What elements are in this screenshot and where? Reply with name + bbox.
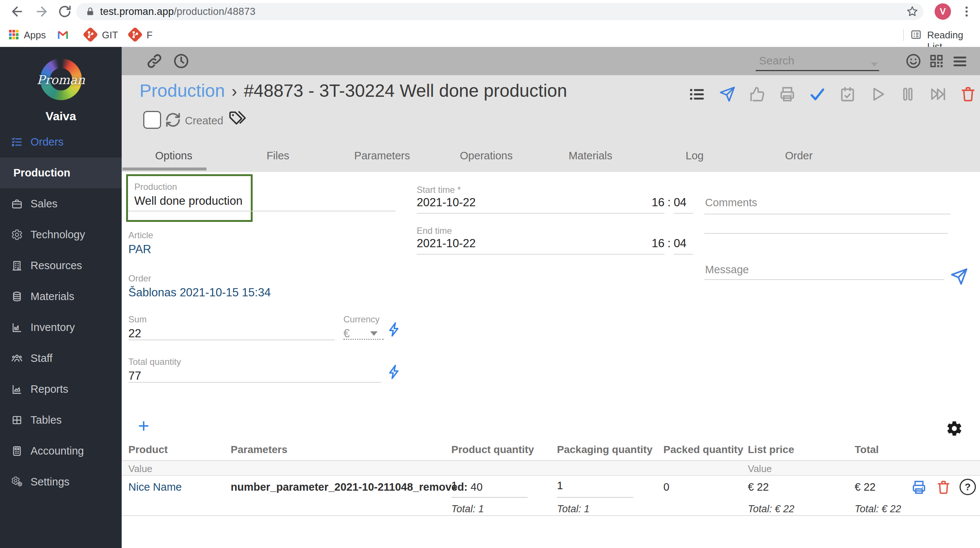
comments-input-underline[interactable] (704, 233, 948, 234)
tags-icon[interactable] (228, 109, 247, 127)
proman-logo-text: Proman (33, 73, 89, 87)
breadcrumb-separator: › (231, 82, 237, 100)
breadcrumb-production-link[interactable]: Production (140, 80, 225, 101)
row-delete-icon[interactable] (936, 480, 951, 495)
qr-code-icon[interactable] (928, 53, 945, 69)
calendar-check-icon[interactable] (839, 86, 856, 103)
browser-profile-avatar[interactable]: V (935, 3, 951, 20)
tab-log[interactable]: Log (643, 145, 747, 169)
address-bar[interactable]: test.proman.app/production/48873 (76, 3, 923, 20)
tab-bar: Options Files Parameters Operations Mate… (122, 145, 980, 169)
tables-grid-icon (11, 414, 23, 426)
sidebar-item-materials[interactable]: Materials (0, 281, 122, 312)
list-view-icon[interactable] (688, 86, 705, 103)
order-link[interactable]: Šablonas 2021-10-15 15:34 (128, 286, 271, 299)
table-settings-gear-icon[interactable] (946, 420, 963, 437)
select-checkbox[interactable] (143, 111, 161, 129)
total-quantity-field-value[interactable]: 77 (128, 369, 141, 383)
sidebar-item-label: Tables (30, 414, 62, 426)
thumbs-up-icon[interactable] (749, 86, 766, 103)
print-icon[interactable] (779, 86, 796, 103)
product-quantity-input[interactable]: 1 (451, 480, 528, 498)
sidebar-item-settings[interactable]: Settings (0, 467, 122, 497)
production-field-label: Production (134, 182, 177, 192)
delete-icon[interactable] (959, 86, 977, 103)
row-print-icon[interactable] (911, 480, 927, 495)
sidebar: Proman Vaiva Orders Production Sales (0, 47, 122, 548)
product-name-link[interactable]: Nice Name (128, 481, 181, 493)
reading-list-icon[interactable] (910, 29, 922, 41)
send-icon[interactable] (718, 86, 735, 103)
currency-select-value[interactable]: € (344, 327, 350, 340)
end-date-input[interactable]: 2021-10-22 16 (417, 237, 665, 255)
sum-autofill-bolt-icon[interactable] (387, 322, 402, 337)
link-icon[interactable] (146, 53, 162, 69)
proman-logo: Proman (0, 55, 122, 104)
sidebar-item-label: Accounting (30, 445, 84, 457)
sidebar-item-label: Materials (30, 290, 75, 303)
tab-options[interactable]: Options (122, 145, 226, 169)
col-product-quantity: Product quantity (451, 444, 534, 456)
browser-forward-icon[interactable] (34, 4, 49, 19)
comments-underline[interactable] (704, 214, 951, 214)
tab-parameters[interactable]: Parameters (330, 145, 434, 169)
currency-dropdown-caret[interactable] (370, 331, 378, 336)
bookmark-git[interactable]: GIT (102, 29, 118, 41)
article-link[interactable]: PAR (128, 243, 151, 256)
col-packed-quantity: Packed quantity (663, 444, 743, 456)
browser-reload-icon[interactable] (57, 4, 72, 19)
row-help-icon[interactable]: ? (959, 479, 976, 495)
proman-logo-ring: Proman (40, 59, 82, 100)
gmail-icon[interactable] (57, 28, 69, 41)
url-domain: test.proman.app (100, 6, 174, 17)
tab-materials[interactable]: Materials (538, 145, 643, 169)
subheader-value-price: Value (748, 463, 772, 475)
skip-end-icon[interactable] (929, 86, 947, 103)
message-send-icon[interactable] (950, 267, 968, 286)
sidebar-item-staff[interactable]: Staff (0, 343, 122, 374)
tab-order[interactable]: Order (747, 145, 851, 169)
start-minute-input[interactable]: 04 (674, 196, 693, 214)
add-product-button[interactable]: + (138, 416, 149, 436)
production-field-value[interactable]: Well done production (134, 194, 243, 208)
sidebar-item-accounting[interactable]: Accounting (0, 436, 122, 467)
tab-files[interactable]: Files (226, 145, 330, 169)
tab-operations[interactable]: Operations (434, 145, 538, 169)
sidebar-item-inventory[interactable]: Inventory (0, 312, 122, 343)
sidebar-item-production[interactable]: Production (0, 158, 122, 188)
total-quantity-autofill-bolt-icon[interactable] (387, 364, 402, 380)
sidebar-item-orders[interactable]: Orders (0, 127, 122, 158)
bookmark-star-icon[interactable] (906, 5, 919, 18)
start-date-input[interactable]: 2021-10-22 16 (417, 196, 665, 214)
status-sync-icon[interactable] (165, 112, 181, 128)
play-icon[interactable] (869, 86, 886, 103)
sidebar-item-technology[interactable]: Technology (0, 219, 122, 250)
pause-icon[interactable] (899, 86, 916, 103)
message-input-underline[interactable] (704, 279, 944, 280)
end-minute-input[interactable]: 04 (674, 237, 693, 255)
sidebar-item-resources[interactable]: Resources (0, 250, 122, 281)
start-hour-input[interactable]: 16 (652, 196, 665, 209)
bookmark-f[interactable]: F (146, 29, 153, 41)
sidebar-item-tables[interactable]: Tables (0, 405, 122, 436)
parameter-cell: number_parameter_2021-10-211048_removed:… (231, 481, 482, 493)
search-input[interactable] (758, 52, 871, 69)
browser-menu-icon[interactable] (960, 5, 975, 20)
sidebar-item-sales[interactable]: Sales (0, 188, 122, 219)
row-total-value: € 22 (854, 481, 875, 493)
packaging-quantity-input[interactable]: 1 (557, 480, 633, 498)
browser-back-icon[interactable] (10, 4, 25, 19)
currency-dotted-underline (344, 339, 383, 340)
end-hour-input[interactable]: 16 (652, 237, 665, 250)
apps-grid-icon[interactable] (8, 28, 20, 41)
bookmarks-divider (904, 29, 904, 41)
clock-icon[interactable] (173, 53, 189, 69)
products-totals-row: Total: 1 Total: 1 Total: € 22 Total: € 2… (122, 502, 980, 516)
sidebar-item-reports[interactable]: Reports (0, 374, 122, 405)
confirm-check-icon[interactable] (809, 86, 826, 103)
hamburger-menu-icon[interactable] (952, 54, 969, 70)
search-dropdown-caret[interactable] (871, 62, 878, 67)
bookmark-apps[interactable]: Apps (24, 29, 46, 41)
sum-field-value[interactable]: 22 (128, 327, 141, 340)
emoji-icon[interactable] (905, 53, 921, 69)
